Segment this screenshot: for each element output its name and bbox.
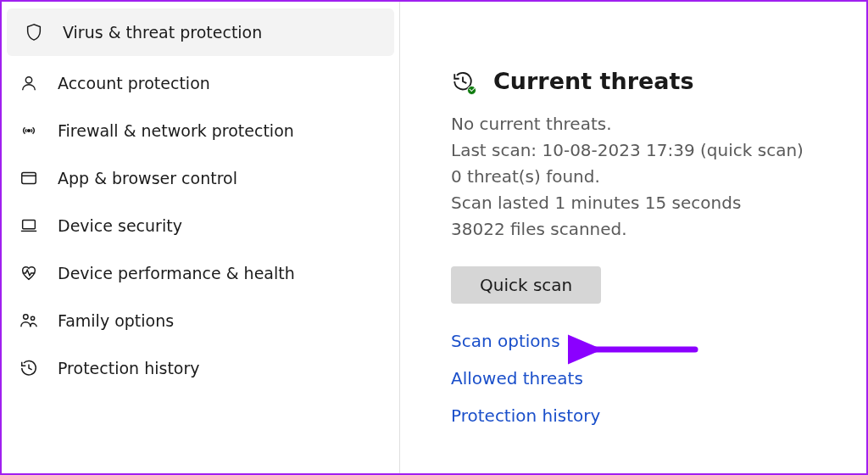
scan-duration-text: Scan lasted 1 minutes 15 seconds: [451, 190, 841, 216]
sidebar-item-app-browser[interactable]: App & browser control: [2, 154, 399, 202]
sidebar-item-virus-threat[interactable]: Virus & threat protection: [7, 8, 394, 56]
svg-point-7: [31, 316, 34, 320]
sidebar-item-label: Device security: [58, 216, 182, 235]
quick-scan-button[interactable]: Quick scan: [451, 266, 601, 304]
svg-point-1: [28, 130, 31, 132]
threat-info: No current threats. Last scan: 10-08-202…: [451, 111, 841, 243]
sidebar-item-performance[interactable]: Device performance & health: [2, 249, 399, 297]
sidebar-item-firewall[interactable]: Firewall & network protection: [2, 107, 399, 154]
sidebar-item-label: Virus & threat protection: [63, 23, 262, 42]
family-icon: [19, 310, 39, 331]
protection-history-link[interactable]: Protection history: [451, 405, 841, 426]
history-check-icon: [451, 70, 475, 93]
allowed-threats-link[interactable]: Allowed threats: [451, 368, 841, 388]
sidebar-item-label: Device performance & health: [58, 264, 295, 282]
no-threats-text: No current threats.: [451, 111, 841, 137]
sidebar-item-label: App & browser control: [58, 169, 237, 187]
svg-point-0: [25, 77, 31, 83]
links-section: Scan options Allowed threats Protection …: [451, 331, 841, 426]
history-icon: [19, 358, 39, 378]
svg-rect-2: [22, 173, 36, 184]
sidebar-item-label: Account protection: [58, 74, 210, 92]
sidebar-item-label: Family options: [58, 311, 174, 330]
heart-icon: [19, 263, 39, 283]
svg-point-6: [24, 315, 28, 320]
section-header: Current threats: [451, 68, 841, 94]
threats-found-text: 0 threat(s) found.: [451, 164, 841, 190]
sidebar-item-label: Protection history: [58, 359, 200, 377]
sidebar-item-label: Firewall & network protection: [58, 121, 294, 140]
section-title: Current threats: [493, 68, 693, 94]
main-content: Current threats No current threats. Last…: [400, 2, 866, 473]
shield-icon: [24, 22, 44, 42]
sidebar-item-device-security[interactable]: Device security: [2, 202, 399, 249]
antenna-icon: [19, 120, 39, 141]
sidebar-item-account[interactable]: Account protection: [2, 59, 399, 107]
svg-rect-4: [23, 221, 36, 229]
files-scanned-text: 38022 files scanned.: [451, 216, 841, 243]
sidebar-item-family[interactable]: Family options: [2, 297, 399, 344]
laptop-icon: [19, 215, 39, 236]
sidebar: Virus & threat protection Account protec…: [2, 2, 400, 473]
browser-icon: [19, 168, 39, 188]
last-scan-text: Last scan: 10-08-2023 17:39 (quick scan): [451, 137, 841, 164]
person-icon: [19, 73, 39, 93]
scan-options-link[interactable]: Scan options: [451, 331, 841, 351]
sidebar-item-history[interactable]: Protection history: [2, 344, 399, 392]
